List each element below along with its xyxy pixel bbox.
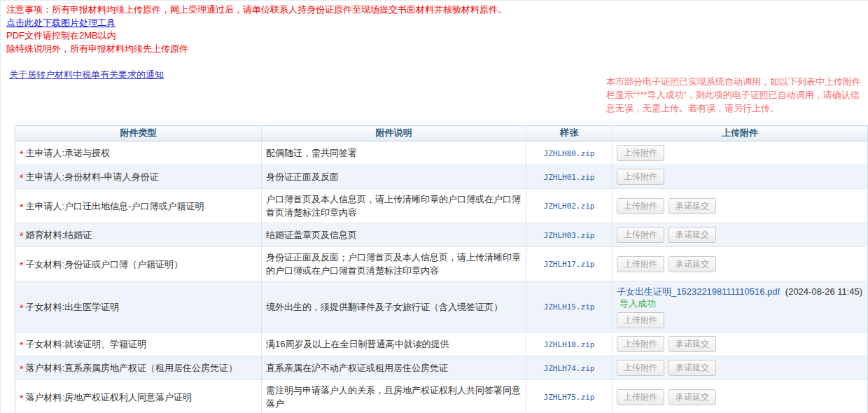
attachment-type-label: 落户材料:直系亲属房地产权证（租用居住公房凭证） <box>25 363 237 373</box>
sample-zip-link[interactable]: JZHLH01.zip <box>544 173 595 182</box>
upload-attachment-button[interactable]: 上传附件 <box>617 336 664 352</box>
required-marker: * <box>20 201 23 214</box>
attachment-description: 结婚证盖章页及信息页 <box>262 223 526 247</box>
electronic-license-notice: 本市部分电子证照已实现系统自动调用，如以下列表中上传附件栏显示“***导入成功”… <box>606 75 867 115</box>
defer-submit-button[interactable]: 承诺延交 <box>668 256 716 272</box>
required-marker: * <box>20 339 23 352</box>
action-buttons: 上传附件承诺延交 <box>617 200 720 211</box>
upload-attachment-button[interactable]: 上传附件 <box>617 256 664 272</box>
required-marker: * <box>20 392 23 405</box>
attachment-type-label: 子女材料:出生医学证明 <box>25 302 119 312</box>
sample-zip-link[interactable]: JZHLH15.zip <box>544 302 595 312</box>
upload-attachment-button[interactable]: 上传附件 <box>617 198 664 214</box>
required-marker: * <box>20 363 23 376</box>
attachment-description: 户口簿首页及本人信息页，请上传清晰印章的户口簿或在户口簿首页清楚标注印章内容 <box>262 189 526 223</box>
notice-original-required: 除特殊说明外，所有申报材料均须先上传原件 <box>6 44 507 54</box>
sample-zip-link[interactable]: JZHLH80.zip <box>544 149 595 158</box>
action-buttons: 上传附件承诺延交 <box>617 338 720 349</box>
table-row: *主申请人:身份材料-申请人身份证 身份证正面及反面 JZHLH01.zip 上… <box>15 165 868 189</box>
sample-zip-link[interactable]: JZHLH17.zip <box>544 260 595 269</box>
attachment-description: 身份证正面及反面；户口簿首页及本人信息页，请上传清晰印章的户口簿或在户口簿首页清… <box>262 247 526 281</box>
defer-submit-button[interactable]: 承诺延交 <box>668 198 716 214</box>
attachment-description: 需注明与申请落户人的关系，且房地产权证权利人共同签署同意落户 <box>262 380 526 413</box>
defer-submit-button[interactable]: 承诺延交 <box>668 227 716 243</box>
attachment-description: 配偶随迁，需共同签署 <box>262 141 526 165</box>
tax-notice-link[interactable]: 关于居转户材料中税单有关要求的通知 <box>9 69 164 81</box>
uploaded-file-link[interactable]: 子女出生证明_152322198111110516.pdf <box>617 286 780 297</box>
attachment-type-label: 子女材料:就读证明、学籍证明 <box>25 339 146 349</box>
action-buttons: 上传附件承诺延交 <box>617 391 720 402</box>
sample-zip-link[interactable]: JZHLH75.zip <box>544 393 595 402</box>
attachment-type-label: 主申请人:身份材料-申请人身份证 <box>25 172 158 182</box>
download-image-tool-link[interactable]: 点击此处下载图片处理工具 <box>6 18 507 28</box>
upload-attachment-button[interactable]: 上传附件 <box>617 227 664 243</box>
attachment-type-label: 子女材料:身份证或户口簿（户籍证明） <box>25 259 183 270</box>
attachment-description: 直系亲属在沪不动产权证或租用居住公房凭证 <box>262 356 526 380</box>
action-buttons: 上传附件 <box>617 147 668 158</box>
attachment-description: 满16周岁及以上在全日制普通高中就读的提供 <box>262 332 526 356</box>
required-marker: * <box>20 302 23 315</box>
attachments-table: 附件类型 附件说明 样张 上传附件 *主申请人:承诺与授权 配偶随迁，需共同签署… <box>15 125 868 413</box>
required-marker: * <box>20 230 23 243</box>
required-marker: * <box>20 172 23 185</box>
table-row: *主申请人:户口迁出地信息-户口簿或户籍证明 户口簿首页及本人信息页，请上传清晰… <box>15 189 868 223</box>
action-buttons: 上传附件承诺延交 <box>617 362 720 372</box>
required-marker: * <box>20 259 23 272</box>
upload-attachments-page: 注意事项：所有申报材料均须上传原件，网上受理通过后，请单位联系人持身份证原件至现… <box>0 0 868 413</box>
attachment-type-label: 主申请人:户口迁出地信息-户口簿或户籍证明 <box>25 201 204 211</box>
top-notice-block: 注意事项：所有申报材料均须上传原件，网上受理通过后，请单位联系人持身份证原件至现… <box>6 5 507 57</box>
header-sample: 样张 <box>526 126 612 141</box>
sample-zip-link[interactable]: JZHLH74.zip <box>544 364 595 373</box>
defer-submit-button[interactable]: 承诺延交 <box>668 389 716 405</box>
uploaded-file-row: 子女出生证明_152322198111110516.pdf (2024-08-2… <box>617 286 863 309</box>
table-row: *子女材料:身份证或户口簿（户籍证明） 身份证正面及反面；户口簿首页及本人信息页… <box>15 247 868 281</box>
defer-submit-button[interactable]: 承诺延交 <box>668 360 716 376</box>
action-buttons: 上传附件承诺延交 <box>617 258 720 269</box>
upload-attachment-button[interactable]: 上传附件 <box>617 389 664 405</box>
upload-attachment-button[interactable]: 上传附件 <box>617 312 664 328</box>
upload-attachment-button[interactable]: 上传附件 <box>617 360 664 376</box>
table-row: *婚育材料:结婚证 结婚证盖章页及信息页 JZHLH03.zip 上传附件承诺延… <box>15 223 868 247</box>
notice-main: 注意事项：所有申报材料均须上传原件，网上受理通过后，请单位联系人持身份证原件至现… <box>6 5 507 15</box>
action-buttons: 上传附件承诺延交 <box>617 229 720 239</box>
sample-zip-link[interactable]: JZHLH03.zip <box>544 231 595 240</box>
table-row: *子女材料:就读证明、学籍证明 满16周岁及以上在全日制普通高中就读的提供 JZ… <box>15 332 868 356</box>
import-success-status: 导入成功 <box>620 298 656 309</box>
upload-attachment-button[interactable]: 上传附件 <box>617 145 664 161</box>
table-row: *落户材料:房地产权证权利人同意落户证明 需注明与申请落户人的关系，且房地产权证… <box>15 380 868 413</box>
header-attachment-type: 附件类型 <box>15 126 262 141</box>
sample-zip-link[interactable]: JZHLH18.zip <box>544 340 595 349</box>
header-upload-attachment: 上传附件 <box>612 126 868 141</box>
uploaded-file-time: (2024-08-26 11:45) <box>785 286 862 297</box>
upload-attachment-button[interactable]: 上传附件 <box>617 169 664 185</box>
action-buttons: 上传附件 <box>617 314 668 325</box>
required-marker: * <box>20 148 23 161</box>
attachment-description: 身份证正面及反面 <box>262 165 526 189</box>
table-header-row: 附件类型 附件说明 样张 上传附件 <box>15 126 868 141</box>
attachment-type-label: 主申请人:承诺与授权 <box>25 148 110 158</box>
notice-pdf-limit: PDF文件请控制在2MB以内 <box>6 31 507 41</box>
defer-submit-button[interactable]: 承诺延交 <box>668 336 716 352</box>
attachment-description: 境外出生的，须提供翻译件及子女旅行证（含入境签证页） <box>262 281 526 332</box>
header-attachment-description: 附件说明 <box>262 126 526 141</box>
table-row: *主申请人:承诺与授权 配偶随迁，需共同签署 JZHLH80.zip 上传附件 <box>15 141 868 165</box>
sample-zip-link[interactable]: JZHLH02.zip <box>544 202 595 211</box>
action-buttons: 上传附件 <box>617 171 668 181</box>
attachment-type-label: 落户材料:房地产权证权利人同意落户证明 <box>25 392 192 402</box>
attachment-type-label: 婚育材料:结婚证 <box>25 230 92 240</box>
table-row: *落户材料:直系亲属房地产权证（租用居住公房凭证） 直系亲属在沪不动产权证或租用… <box>15 356 868 380</box>
table-row: *子女材料:出生医学证明 境外出生的，须提供翻译件及子女旅行证（含入境签证页） … <box>15 281 868 332</box>
